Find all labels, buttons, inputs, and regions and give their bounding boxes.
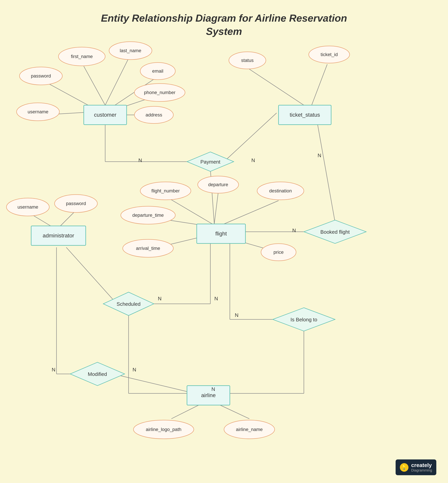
svg-line-30 [113,374,195,393]
card-customer-payment: N [138,157,142,163]
brand-bar: 💡 creately Diagramming [396,459,436,475]
card-is-belong-to-n1: N [235,312,239,318]
svg-line-5 [49,84,94,108]
attr-phone-number-label: phone_number [144,90,175,95]
brand-sub: Diagramming [411,468,432,473]
card-is-belong-to-n2: N [212,386,215,392]
entity-customer-label: customer [94,112,116,118]
entity-administrator-label: administrator [43,233,74,238]
brand-text-container: creately Diagramming [411,462,432,473]
svg-line-16 [214,193,218,224]
card-ticket-status-payment: N [251,157,255,163]
card-booked-flight: N [292,228,296,233]
page: Entity Relationship Diagram for Airline … [0,0,448,483]
svg-line-10 [312,64,327,105]
attr-last-name-label: last_name [120,48,141,53]
rel-modified-label: Modified [88,371,107,377]
attr-destination-label: destination [269,188,292,193]
svg-line-36 [220,405,249,419]
card-ticket-status-booked: N [318,152,321,158]
attr-first-name-label: first_name [71,54,93,59]
svg-line-26 [60,212,74,226]
svg-line-27 [66,247,117,304]
svg-line-35 [171,405,199,419]
rel-booked-flight-label: Booked flight [320,229,350,235]
attr-username-admin-label: username [17,204,38,210]
diagram: customer ticket_status flight administra… [0,0,448,483]
card-scheduled-n2: N [215,296,218,301]
attr-email-label: email [152,68,163,74]
attr-password-customer-label: password [31,73,51,79]
attr-password-admin-label: password [66,201,86,206]
entity-flight-label: flight [215,230,227,237]
svg-line-15 [169,199,212,224]
card-modified-n2: N [133,367,136,372]
attr-airline-logo-path-label: airline_logo_path [146,427,182,432]
brand-name: creately [411,462,432,468]
entity-ticket-status-label: ticket_status [290,112,320,118]
svg-line-9 [249,69,304,105]
svg-line-12 [316,113,335,222]
attr-departure-time-label: departure_time [132,213,164,218]
entity-airline-label: airline [201,392,216,398]
attr-address-label: address [145,112,162,118]
attr-airline-name-label: airline_name [236,427,263,432]
attr-flight-number-label: flight_number [151,188,180,193]
card-scheduled-n1: N [158,296,162,301]
card-modified-n1: N [52,367,56,372]
attr-status-label: status [241,58,254,63]
svg-line-11 [224,113,277,162]
attr-arrival-time-label: arrival_time [136,245,160,251]
attr-ticket-id-label: ticket_id [321,52,338,57]
brand-icon: 💡 [400,463,408,472]
svg-line-25 [31,214,51,226]
attr-departure-label: departure [208,182,228,187]
svg-line-0 [84,66,105,105]
rel-is-belong-to-label: Is Belong to [290,317,317,323]
attr-price-label: price [273,249,284,255]
rel-scheduled-label: Scheduled [117,301,141,307]
rel-payment-label: Payment [200,159,221,165]
attr-username-customer-label: username [28,109,48,114]
svg-line-17 [224,201,279,224]
